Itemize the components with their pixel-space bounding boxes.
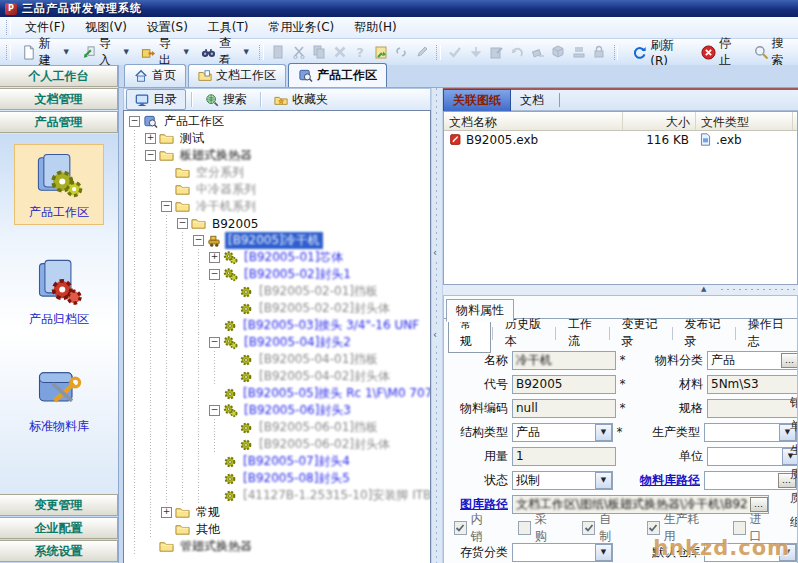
horizontal-splitter[interactable]: ▲ <box>443 285 798 295</box>
tree-node-label[interactable]: [B92005-06-01]挡板 <box>256 419 381 436</box>
tree-node[interactable]: 管翅式换热器 <box>127 538 430 555</box>
tree-expand-toggle[interactable]: − <box>209 405 220 416</box>
checkbox-box-icon[interactable] <box>582 521 595 535</box>
column-header-文件类型[interactable]: 文件类型 <box>696 112 793 130</box>
column-header-大小[interactable]: 大小 <box>623 112 696 130</box>
toolbar-icon-pen[interactable] <box>412 42 433 62</box>
tree-node-label[interactable]: 测试 <box>177 130 207 147</box>
tree-node[interactable]: [B92005-05]接头 Rc 1\F\M0 7071x.1 <box>127 385 430 402</box>
tree-expand-toggle[interactable]: − <box>209 337 220 348</box>
tree-node-label[interactable]: [B92005-04-02]封头体 <box>256 368 393 385</box>
tree-node-label[interactable]: [B92005-04]封头2 <box>241 334 354 351</box>
dropdown-arrow-icon[interactable]: ▼ <box>595 424 612 441</box>
sidebar-nav-变更管理[interactable]: 变更管理 <box>0 494 118 516</box>
tree-expand-toggle[interactable]: + <box>145 133 156 144</box>
tree-node-label[interactable]: [B92005-02-01]挡板 <box>256 283 381 300</box>
toolbar-icon-cut[interactable] <box>288 42 309 62</box>
toolbar-icon-link[interactable] <box>391 42 412 62</box>
file-row[interactable]: B92005.exb116 KB.exb <box>444 131 797 148</box>
menu-item-5[interactable]: 帮助(H) <box>344 17 406 38</box>
sidebar-nav-企业配置[interactable]: 企业配置 <box>0 517 118 539</box>
checkbox-box-icon[interactable] <box>733 521 746 535</box>
单位-select[interactable]: ▼ <box>707 447 798 466</box>
checkbox-进口[interactable]: 进口 <box>733 511 771 545</box>
toolbar-icon-delete-x[interactable] <box>329 42 350 62</box>
toolbar-icon-erase[interactable] <box>527 42 548 62</box>
toolbar-icon-stamp[interactable] <box>568 42 589 62</box>
tree-node-label[interactable]: 空分系列 <box>193 164 247 181</box>
tree-expand-toggle[interactable]: + <box>161 507 172 518</box>
tree-node[interactable]: [B92005-06-01]挡板 <box>127 419 430 436</box>
menu-item-4[interactable]: 常用业务(C) <box>259 17 345 38</box>
存货分类-select[interactable]: ▼ <box>512 543 613 562</box>
tree-toolbar-搜索[interactable]: 搜索 <box>197 90 255 109</box>
tree-node-label[interactable]: 中冷器系列 <box>193 181 259 198</box>
tree-node-label[interactable]: 板翅式换热器 <box>177 147 255 164</box>
toolbar-icon-cube[interactable] <box>548 42 569 62</box>
tree-node[interactable]: [B92005-06-02]封头体 <box>127 436 430 453</box>
main-tab-文档工作区[interactable]: 文档工作区 <box>188 64 286 87</box>
物料编码-input[interactable]: null <box>512 399 616 418</box>
column-header-检出用户[interactable]: 检出用户 <box>793 112 798 130</box>
规格-input[interactable] <box>707 399 798 418</box>
toolbar-icon-checkin-note[interactable] <box>371 42 392 62</box>
tree-node-label[interactable]: [B92005-06]封头3 <box>241 402 354 419</box>
tree-node[interactable]: [41127B-1.25315-10]安装脚 ITB <box>127 487 430 504</box>
tree-node[interactable]: +常规 <box>127 504 430 521</box>
dropdown-arrow-icon[interactable]: ▼ <box>779 544 796 561</box>
tree-node[interactable]: −[B92005-06]封头3 <box>127 402 430 419</box>
checkbox-box-icon[interactable] <box>518 521 531 535</box>
tree-node[interactable]: [B92005-02-02]封头体 <box>127 300 430 317</box>
tree-node-label[interactable]: [B92005-05]接头 Rc 1\F\M0 7071x.1 <box>240 385 431 402</box>
checkbox-自制[interactable]: 自制 <box>582 511 620 545</box>
sidebar-nav-系统设置[interactable]: 系统设置 <box>0 540 118 562</box>
tree-node[interactable]: −[B92005-02]封头1 <box>127 266 430 283</box>
tree-node-label[interactable]: 其他 <box>193 521 223 538</box>
tree-expand-toggle[interactable]: − <box>177 218 188 229</box>
名称-input[interactable]: 冷干机 <box>512 351 616 370</box>
tree-node-label[interactable]: [B92005-08]封头5 <box>240 470 353 487</box>
状态-select[interactable]: 拟制▼ <box>512 471 613 490</box>
tree-node[interactable]: −产品工作区 <box>127 113 430 130</box>
tree-node-label[interactable]: [B92005-07]封头4 <box>240 453 353 470</box>
tree-node[interactable]: −B92005 <box>127 215 430 232</box>
sidebar-nav-文档管理[interactable]: 文档管理 <box>0 88 118 110</box>
splitter-collapse-icon[interactable]: ▲ <box>701 285 706 293</box>
tree-expand-toggle[interactable]: − <box>209 269 220 280</box>
tree-node[interactable]: 中冷器系列 <box>127 181 430 198</box>
tree-node-label[interactable]: [B92005-06-02]封头体 <box>256 436 393 453</box>
物料库路径-field[interactable]: … <box>704 471 797 490</box>
toolbar-icon-copy[interactable] <box>309 42 330 62</box>
toolbar-icon-check[interactable] <box>445 42 466 62</box>
tree-expand-toggle[interactable]: − <box>193 235 204 246</box>
tree-node-label[interactable]: [B92005-04-01]挡板 <box>256 351 381 368</box>
tree-node[interactable]: −[B92005-04]封头2 <box>127 334 430 351</box>
用量-input[interactable]: 1 <box>512 447 616 466</box>
tab-material-properties[interactable]: 物料属性 <box>446 299 514 322</box>
tree-node[interactable]: [B92005-04-01]挡板 <box>127 351 430 368</box>
browse-ellipsis-button[interactable]: … <box>750 497 768 512</box>
tree-node[interactable]: −冷干机系列 <box>127 198 430 215</box>
browse-ellipsis-button[interactable]: … <box>781 353 798 368</box>
checkbox-box-icon[interactable] <box>454 521 467 535</box>
tree-node[interactable]: +[B92005-01]芯体 <box>127 249 430 266</box>
splitter-collapse-icon[interactable]: ‹ <box>433 246 437 260</box>
tree-node[interactable]: −[B92005]冷干机 <box>127 232 430 249</box>
toolbar-icon-undo[interactable] <box>507 42 528 62</box>
tree-node[interactable]: [B92005-07]封头4 <box>127 453 430 470</box>
tree-node-label[interactable]: 管翅式换热器 <box>177 538 255 555</box>
tree-expand-toggle[interactable]: − <box>145 150 156 161</box>
sidebar-shortcut-标准物料库[interactable]: 标准物料库 <box>14 358 104 439</box>
sidebar-nav-产品管理[interactable]: 产品管理 <box>0 111 118 133</box>
tree-node[interactable]: [B92005-02-01]挡板 <box>127 283 430 300</box>
图库路径-field[interactable]: 文档工作区\图纸\板翅式换热器\冷干机\B92005（暂停）\… <box>512 495 769 514</box>
tree-node-label[interactable]: 冷干机系列 <box>193 198 259 215</box>
默认仓库-select[interactable]: ▼ <box>704 543 797 562</box>
splitter-collapse-icon[interactable]: ‹ <box>433 328 437 342</box>
tree-node-label[interactable]: [B92005]冷干机 <box>225 232 323 249</box>
checkbox-box-icon[interactable] <box>647 521 660 535</box>
tree-node[interactable]: 空分系列 <box>127 164 430 181</box>
tree-node-label[interactable]: 常规 <box>193 504 223 521</box>
column-header-文档名称[interactable]: 文档名称 <box>444 112 623 130</box>
sidebar-nav-个人工作台[interactable]: 个人工作台 <box>0 65 118 87</box>
